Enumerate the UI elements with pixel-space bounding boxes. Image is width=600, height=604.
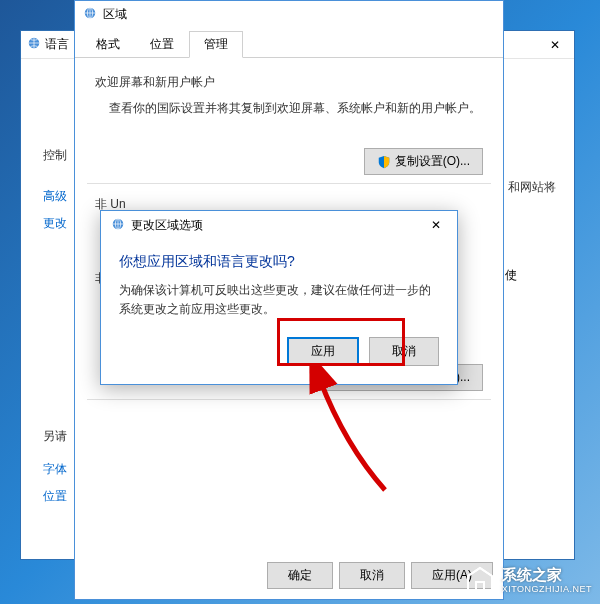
divider <box>87 183 491 184</box>
watermark: 系统之家 XITONGZHIJIA.NET <box>464 564 592 596</box>
cancel-button[interactable]: 取消 <box>339 562 405 589</box>
language-title: 语言 <box>45 36 69 53</box>
watermark-brand: 系统之家 <box>502 566 592 584</box>
copy-settings-label: 复制设置(O)... <box>395 153 470 170</box>
dialog-cancel-button[interactable]: 取消 <box>369 337 439 366</box>
globe-icon <box>83 6 97 23</box>
close-icon: ✕ <box>431 218 441 232</box>
dialog-buttons: 应用 取消 <box>119 337 439 366</box>
svg-rect-6 <box>476 582 484 592</box>
dialog-body: 你想应用区域和语言更改吗? 为确保该计算机可反映出这些更改，建议在做任何进一步的… <box>101 239 457 384</box>
watermark-url: XITONGZHIJIA.NET <box>502 584 592 595</box>
change-region-dialog: 更改区域选项 ✕ 你想应用区域和语言更改吗? 为确保该计算机可反映出这些更改，建… <box>100 210 458 385</box>
welcome-title: 欢迎屏幕和新用户帐户 <box>95 74 483 91</box>
window-controls: ✕ <box>535 35 575 55</box>
copy-settings-button[interactable]: 复制设置(O)... <box>364 148 483 175</box>
welcome-section: 欢迎屏幕和新用户帐户 查看你的国际设置并将其复制到欢迎屏幕、系统帐户和新的用户帐… <box>75 58 503 138</box>
tab-location[interactable]: 位置 <box>135 31 189 57</box>
dialog-close-button[interactable]: ✕ <box>421 214 451 236</box>
lang-hint-right: 和网站将 <box>508 179 556 196</box>
close-icon[interactable]: ✕ <box>542 36 568 54</box>
tab-admin[interactable]: 管理 <box>189 31 243 58</box>
dialog-title: 更改区域选项 <box>131 217 203 234</box>
region-footer-buttons: 确定 取消 应用(A) <box>267 562 493 589</box>
ok-button[interactable]: 确定 <box>267 562 333 589</box>
shield-icon <box>377 155 391 169</box>
divider <box>87 399 491 400</box>
welcome-desc: 查看你的国际设置并将其复制到欢迎屏幕、系统帐户和新的用户帐户。 <box>109 99 483 118</box>
dialog-question: 你想应用区域和语言更改吗? <box>119 253 439 271</box>
dialog-apply-button[interactable]: 应用 <box>287 337 359 366</box>
region-titlebar: 区域 <box>75 1 503 27</box>
watermark-logo-icon <box>464 564 496 596</box>
use-hint: 使 <box>505 267 517 284</box>
globe-icon <box>111 217 125 234</box>
tab-format[interactable]: 格式 <box>81 31 135 57</box>
dialog-titlebar: 更改区域选项 ✕ <box>101 211 457 239</box>
globe-icon <box>27 36 41 53</box>
dialog-desc: 为确保该计算机可反映出这些更改，建议在做任何进一步的系统更改之前应用这些更改。 <box>119 281 439 319</box>
region-tabs: 格式 位置 管理 <box>75 31 503 58</box>
region-title: 区域 <box>103 6 127 23</box>
